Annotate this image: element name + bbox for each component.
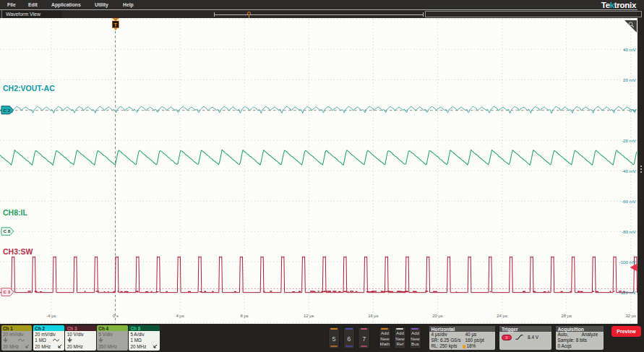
svg-text:C 8: C 8 (4, 228, 11, 233)
svg-text:-120 mV: -120 mV (619, 290, 637, 295)
svg-text:40 mV: 40 mV (623, 47, 637, 52)
svg-text:4 μs: 4 μs (176, 314, 184, 318)
svg-text:C 3: C 3 (4, 289, 11, 294)
svg-text:24 μs: 24 μs (497, 314, 507, 318)
svg-text:-20 mV: -20 mV (622, 138, 637, 143)
svg-text:-4 μs: -4 μs (46, 314, 56, 318)
svg-text:8 μs: 8 μs (241, 314, 249, 318)
svg-text:-60 mV: -60 mV (622, 199, 637, 204)
svg-text:20 μs: 20 μs (432, 314, 443, 318)
svg-text:C 2: C 2 (4, 108, 11, 113)
svg-text:CH8:IL: CH8:IL (3, 208, 27, 217)
svg-text:20 mV: 20 mV (623, 77, 637, 82)
svg-text:-40 mV: -40 mV (622, 168, 637, 173)
svg-text:-80 mV: -80 mV (622, 229, 637, 234)
svg-text:32 μs: 32 μs (626, 314, 637, 318)
svg-text:0 s: 0 s (113, 314, 119, 318)
svg-text:CH3:SW: CH3:SW (3, 247, 33, 256)
svg-text:T: T (114, 22, 118, 28)
svg-text:CH2:VOUT-AC: CH2:VOUT-AC (3, 84, 55, 93)
svg-text:16 μs: 16 μs (368, 314, 379, 318)
svg-text:-100 mV: -100 mV (619, 259, 637, 265)
svg-text:28 μs: 28 μs (561, 314, 572, 318)
svg-text:0 V: 0 V (630, 108, 637, 113)
svg-text:12 μs: 12 μs (304, 314, 314, 318)
